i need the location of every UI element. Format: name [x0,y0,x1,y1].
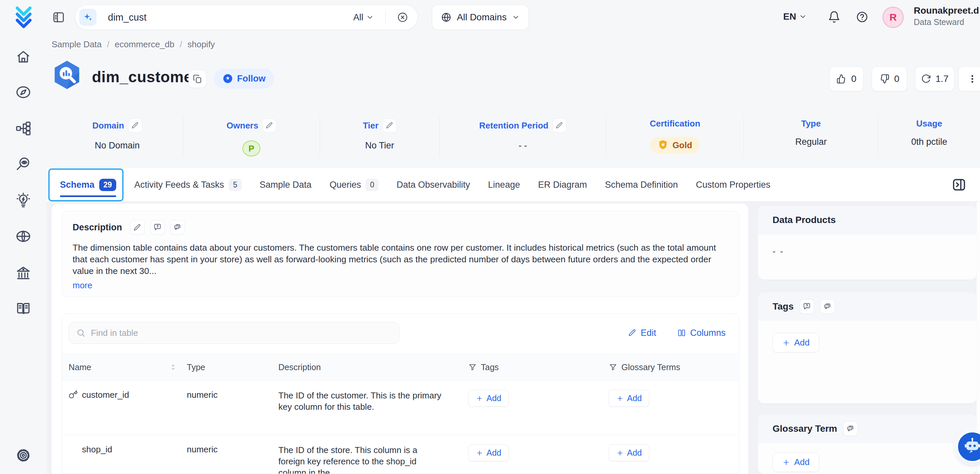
tab-activity-feeds[interactable]: Activity Feeds & Tasks 5 [134,168,242,201]
nav-web-icon[interactable] [13,226,33,247]
tags-comment-icon[interactable] [800,299,814,314]
table-row[interactable]: shop_id numeric The ID of the store. Thi… [62,435,739,474]
search-icon [76,328,86,337]
tier-label: Tier [363,121,378,131]
breadcrumb-schema[interactable]: shopify [188,39,215,49]
follow-button[interactable]: Follow [214,68,274,89]
search-scope-dropdown[interactable]: All [353,12,374,23]
refresh-icon [921,74,931,84]
star-badge-icon [223,73,233,84]
ai-sparkle-icon[interactable] [79,9,97,26]
nav-workflows-icon[interactable] [13,119,33,138]
add-tag-button[interactable]: Add [468,444,509,461]
table-header-row: Name Type Description Tags Glossary Term… [62,354,739,380]
help-icon[interactable] [856,11,869,23]
breadcrumb: Sample Data/ ecommerce_db/ shopify [52,39,215,49]
column-description: The ID of the customer. This is the prim… [278,390,455,412]
filter-icon[interactable] [609,363,617,371]
user-info: Rounakpreet.d Data Steward [914,5,979,28]
certification-value: Gold [672,140,692,151]
type-label: Type [801,119,821,129]
tab-schema-definition[interactable]: Schema Definition [605,168,678,201]
tab-data-observability[interactable]: Data Observability [396,168,470,201]
usage-value: 0th pctile [911,137,947,147]
find-in-table-input[interactable] [91,328,391,338]
edit-tier-icon[interactable] [383,119,396,132]
more-actions-button[interactable] [958,67,980,91]
nav-home-icon[interactable] [13,46,33,67]
add-glossary-term-button[interactable]: Add [609,390,649,407]
atlan-logo-icon[interactable] [13,5,35,30]
col-header-tags: Tags [481,363,499,372]
copy-link-icon[interactable] [188,70,207,88]
sidebar-toggle-icon[interactable] [52,11,65,24]
nav-explore-icon[interactable] [13,82,33,102]
add-glossary-term-button[interactable]: Add [773,452,819,472]
edit-description-icon[interactable] [130,220,145,235]
comment-icon[interactable] [150,220,165,235]
owner-avatar[interactable]: P [242,140,260,156]
collapse-panel-icon[interactable] [951,177,967,192]
popularity-score-button[interactable]: 1.7 [915,67,955,91]
asset-metadata-row: Domain No Domain Owners P Tier No Tier R… [52,116,980,156]
data-products-title: Data Products [773,215,836,225]
app-window: All All Domains EN R Rounakpreet.d Data [0,0,980,474]
col-header-type: Type [187,363,205,372]
primary-key-icon [68,390,78,399]
search-input[interactable] [108,12,342,23]
nav-discover-icon[interactable] [13,154,33,174]
tab-queries[interactable]: Queries 0 [330,168,379,201]
tab-schema[interactable]: Schema 29 [60,168,116,201]
add-tag-button[interactable]: Add [468,390,509,407]
meta-certification: Certification Gold [606,116,744,156]
columns-button[interactable]: Columns [677,328,725,338]
edit-owners-icon[interactable] [262,119,276,132]
kebab-menu-icon [967,74,977,84]
thumbs-up-icon [837,74,846,84]
more-link[interactable]: more [73,280,92,291]
upvote-button[interactable]: 0 [829,67,864,91]
tab-bar: Schema 29 Activity Feeds & Tasks 5 Sampl… [47,168,980,202]
meta-retention: Retention Period - - [439,116,606,156]
tags-card: Tags Add [758,292,977,403]
filter-icon[interactable] [468,363,477,371]
col-header-description: Description [278,363,321,372]
description-card: Description The dimension table contains… [62,211,739,297]
tab-custom-properties[interactable]: Custom Properties [696,168,770,201]
nav-governance-icon[interactable] [13,262,33,283]
nav-insights-icon[interactable] [13,190,33,210]
edit-domain-icon[interactable] [128,119,142,132]
user-name: Rounakpreet.d [914,5,979,16]
tab-sample-data[interactable]: Sample Data [260,168,312,201]
nav-glossary-icon[interactable] [13,298,33,318]
edit-button[interactable]: Edit [628,328,656,338]
user-avatar[interactable]: R [883,7,904,28]
notifications-bell-icon[interactable] [828,11,840,23]
table-row[interactable]: customer_id numeric The ID of the custom… [62,380,739,435]
col-header-name: Name [68,363,91,372]
search-scope-label: All [353,12,363,23]
breadcrumb-database[interactable]: ecommerce_db [115,39,175,49]
global-search: All [75,5,418,30]
col-header-glossary: Glossary Terms [621,363,680,372]
type-value: Regular [795,137,827,147]
tags-suggestions-icon[interactable] [820,299,835,314]
breadcrumb-connection[interactable]: Sample Data [52,39,102,49]
suggestions-icon[interactable] [170,220,185,235]
add-glossary-term-button[interactable]: Add [609,444,649,461]
settings-gear-icon[interactable] [13,445,33,465]
find-in-table [68,322,399,344]
glossary-suggestions-icon[interactable] [843,422,858,436]
all-domains-dropdown[interactable]: All Domains [432,5,529,30]
tab-er-diagram[interactable]: ER Diagram [538,168,587,201]
sort-icon[interactable] [170,363,177,371]
robot-icon [963,437,980,457]
add-tag-button[interactable]: Add [773,333,819,353]
downvote-button[interactable]: 0 [872,67,907,91]
clear-search-icon[interactable] [397,12,408,23]
owners-label: Owners [226,121,258,131]
language-dropdown[interactable]: EN [783,11,807,22]
tags-title: Tags [773,301,794,312]
edit-retention-icon[interactable] [552,119,566,132]
tab-lineage[interactable]: Lineage [488,168,520,201]
